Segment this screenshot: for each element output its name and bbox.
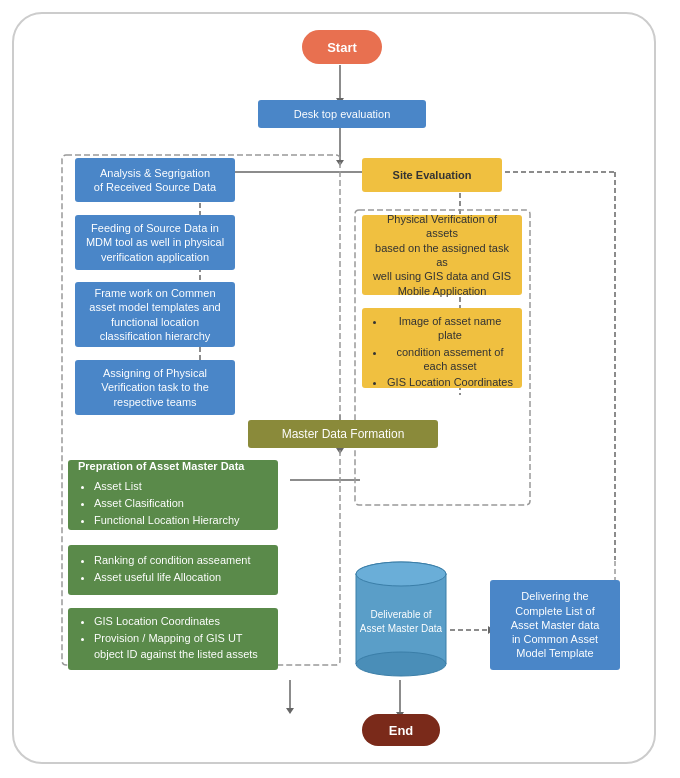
assigning-label: Assigning of Physical Verification task …	[101, 366, 209, 409]
start-label: Start	[327, 40, 357, 55]
delivering-label: Delivering the Complete List of Asset Ma…	[511, 589, 600, 660]
gis-item-2: Provision / Mapping of GIS UT object ID …	[94, 631, 268, 662]
master-data-text: Master Data Formation	[282, 427, 405, 441]
svg-text:Asset Master Data: Asset Master Data	[360, 623, 443, 634]
prep-asset-title: Prepration of Asset Master Data	[78, 459, 244, 474]
gis-coords-box: GIS Location Coordinates Provision / Map…	[68, 608, 278, 670]
prep-asset-box: Prepration of Asset Master Data Asset Li…	[68, 460, 278, 530]
master-data-label: Master Data Formation	[248, 420, 438, 448]
site-eval-label: Site Evaluation	[393, 168, 472, 182]
svg-marker-14	[286, 708, 294, 714]
deliverable-cylinder: Deliverable of Asset Master Data	[352, 560, 450, 680]
ranking-list: Ranking of condition asseament Asset use…	[78, 553, 251, 588]
prep-item-1: Asset List	[94, 479, 240, 494]
svg-marker-12	[336, 448, 344, 454]
end-shape: End	[362, 714, 440, 746]
framework-box: Frame work on Commen asset model templat…	[75, 282, 235, 347]
image-list-item-1: Image of asset name plate	[386, 314, 514, 343]
svg-marker-3	[336, 160, 344, 166]
ranking-item-1: Ranking of condition asseament	[94, 553, 251, 568]
svg-point-28	[356, 652, 446, 676]
ranking-box: Ranking of condition asseament Asset use…	[68, 545, 278, 595]
page: Start Desk top evaluation Analysis & Seg…	[0, 0, 680, 778]
cylinder-svg: Deliverable of Asset Master Data	[352, 560, 450, 680]
prep-asset-list: Asset List Asset Clasification Functiona…	[78, 479, 240, 531]
start-shape: Start	[302, 30, 382, 64]
analysis-label: Analysis & Segrigation of Received Sourc…	[94, 166, 216, 195]
feeding-label: Feeding of Source Data in MDM tool as we…	[86, 221, 224, 264]
gis-item-1: GIS Location Coordinates	[94, 614, 268, 629]
image-list-box: Image of asset name plate condition asse…	[362, 308, 522, 388]
diagram: Start Desk top evaluation Analysis & Seg…	[0, 0, 680, 778]
ranking-item-2: Asset useful life Allocation	[94, 570, 251, 585]
framework-label: Frame work on Commen asset model templat…	[89, 286, 220, 343]
svg-point-29	[356, 562, 446, 586]
physical-verify-box: Physical Verification of assets based on…	[362, 215, 522, 295]
image-list-item-2: condition assement of each asset	[386, 345, 514, 374]
feeding-box: Feeding of Source Data in MDM tool as we…	[75, 215, 235, 270]
prep-item-3: Functional Location Hierarchy	[94, 513, 240, 528]
delivering-box: Delivering the Complete List of Asset Ma…	[490, 580, 620, 670]
analysis-box: Analysis & Segrigation of Received Sourc…	[75, 158, 235, 202]
desktop-eval-box: Desk top evaluation	[258, 100, 426, 128]
gis-list: GIS Location Coordinates Provision / Map…	[78, 614, 268, 664]
assigning-box: Assigning of Physical Verification task …	[75, 360, 235, 415]
image-list-item-3: GIS Location Coordinates	[386, 375, 514, 389]
image-list: Image of asset name plate condition asse…	[370, 314, 514, 391]
end-label: End	[389, 723, 414, 738]
prep-item-2: Asset Clasification	[94, 496, 240, 511]
site-eval-box: Site Evaluation	[362, 158, 502, 192]
physical-verify-label: Physical Verification of assets based on…	[370, 212, 514, 298]
svg-text:Deliverable of: Deliverable of	[370, 609, 431, 620]
desktop-eval-label: Desk top evaluation	[294, 107, 391, 121]
